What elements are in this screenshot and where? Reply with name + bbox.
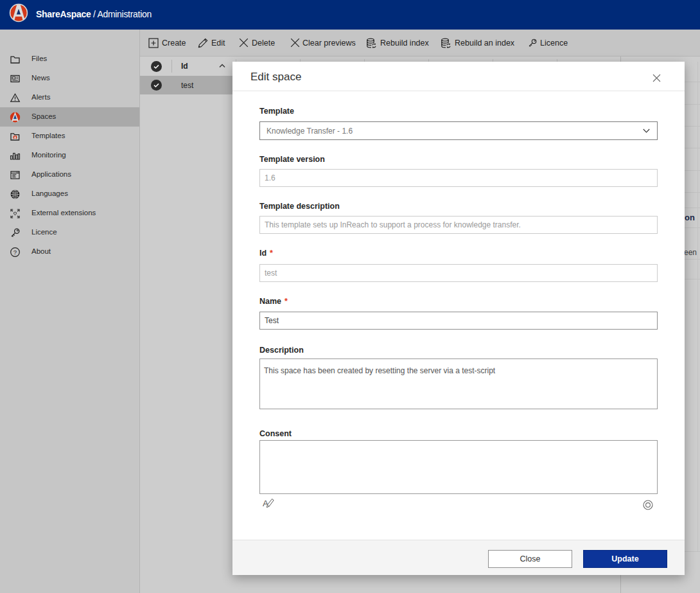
svg-text:?: ? xyxy=(13,249,17,256)
